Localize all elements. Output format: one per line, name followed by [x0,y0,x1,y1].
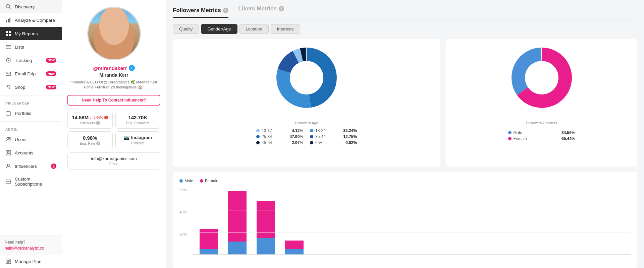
sidebar-item-analyze[interactable]: Analyze & Compare [0,13,62,27]
bar-chart-icon [5,17,11,23]
svg-rect-3 [8,19,9,22]
gridline-60 [193,188,631,188]
svg-point-24 [8,151,9,153]
sidebar-item-my-reports[interactable]: My Reports [0,27,62,40]
email-drip-badge: New [46,71,56,76]
svg-rect-17 [6,72,11,75]
legend-item-65plus: 65+ 0.02% [310,140,357,145]
sidebar-bottom: Need help? hello@clickanalytic.co [0,236,62,255]
sidebar-item-label: Accounts [15,150,56,155]
sidebar-item-manage-plan[interactable]: Manage Plan [0,255,62,268]
sidebar-item-shop[interactable]: Shop New [0,80,62,94]
sidebar-item-accounts[interactable]: Accounts [0,146,62,159]
legend-dot-male [508,131,512,134]
sidebar-item-label: Analyze & Compare [15,18,56,23]
admin-section-label: ADMIN [0,123,62,133]
sidebar-item-tracking[interactable]: Tracking New [0,54,62,67]
svg-point-13 [6,47,7,48]
bar-stack-1317 [200,229,218,255]
sidebar-item-lists[interactable]: Lists [0,40,62,54]
shop-badge: New [46,85,56,89]
legend-value-4564: 2.97% [292,140,303,145]
sidebar-item-label: My Reports [15,31,56,36]
influencers-icon [5,163,11,169]
legend-value-3544: 12.75% [343,134,357,139]
age-chart-card: Followers Age 13-17 4.12% 18-24 32.24% [173,39,440,166]
help-email[interactable]: hello@clickanalytic.co [5,246,57,251]
sidebar-item-portfolio[interactable]: Portfolio [0,107,62,120]
email-box: info@koraorganics.com Email [67,152,160,170]
sidebar-item-users[interactable]: Users [0,133,62,146]
age-legend: 13-17 4.12% 18-24 32.24% 25-34 47.90% [256,128,357,145]
bar-legend-female: Female [200,179,218,183]
svg-point-22 [9,137,10,139]
need-help-label: Need help? [5,240,57,245]
sidebar-item-email-drip[interactable]: Email Drip New [0,67,62,80]
gender-legend: Male 34.56% Female 65.44% [508,130,575,141]
sidebar: Discovery Analyze & Compare My Reports [0,0,62,268]
sidebar-item-label: Email Drip [15,71,43,76]
profile-username: @mirandakerr ✓ [93,65,135,71]
sidebar-item-label: Discovery [15,4,56,9]
trend-value: -0.05% [93,116,103,119]
trend-icon-2: 🔴 [104,116,108,119]
influencers-badge: 1 [51,163,56,169]
svg-rect-4 [9,18,10,22]
grid-icon [5,30,11,37]
legend-value-1317: 4.12% [292,128,303,133]
sidebar-item-label: Users [15,137,56,142]
legend-label-1317: 13-17 [262,128,272,133]
svg-line-1 [9,8,11,9]
bar-female-3544 [285,241,304,250]
profile-panel: @mirandakerr ✓ Miranda Kerr "Founder & C… [62,0,166,268]
sidebar-item-influencers[interactable]: Influencers 1 [0,159,62,173]
contact-influencer-button[interactable]: Need Help To Contact Influencer? [67,95,160,106]
legend-label-male: Male [514,130,522,135]
tab-followers-metrics[interactable]: Followers Metrics i [173,7,228,18]
filter-tab-location[interactable]: Location [239,24,269,34]
legend-dot-4564 [256,141,260,144]
svg-rect-8 [9,34,11,36]
tracking-icon [5,57,11,63]
tracking-badge: New [46,58,56,63]
bar-group-1317 [200,229,218,255]
legend-item-male: Male 34.56% [508,130,575,135]
svg-rect-6 [9,31,11,33]
filter-tab-interests[interactable]: Interests [271,24,300,34]
bars-container [193,188,631,262]
svg-point-12 [6,45,7,46]
charts-row: Followers Age 13-17 4.12% 18-24 32.24% [173,39,637,166]
legend-label-65plus: 65+ [315,140,322,145]
bar-male-2534 [257,238,275,255]
info-icon-eng: i [96,141,100,145]
svg-point-14 [6,48,7,49]
search-icon [5,4,11,10]
email-label: Email [72,162,156,166]
bar-stack-2534 [257,201,275,255]
legend-label-1824: 18-24 [315,128,326,133]
sidebar-item-discovery[interactable]: Discovery [0,0,62,13]
legend-dot-1317 [256,129,260,132]
bar-legend-dot-female [200,179,203,183]
svg-point-16 [8,60,9,61]
filter-tabs: Quality Gender/Age Location Interests [173,24,637,34]
info-icon-followers-tab: i [223,8,228,13]
tab-likers-metrics[interactable]: Likers Metrics i [238,5,284,15]
legend-item-4564: 45-64 2.97% [256,140,303,145]
platform-label: Platform [120,141,156,145]
legend-dot-65plus [310,141,313,144]
age-chart-title: Followers Age [295,121,318,125]
filter-tab-quality[interactable]: Quality [173,24,199,34]
gridline-0 [193,254,631,255]
age-donut-svg [275,46,338,110]
gridline-20 [193,232,631,232]
sidebar-item-label: Manage Plan [15,259,56,264]
gender-donut-wrap [510,46,574,111]
instagram-icon: 📷 [124,135,129,140]
bar-legend-dot-male [179,179,183,183]
profile-name: Miranda Kerr [99,72,128,78]
stat-eng-rate-value: 0.98% [72,135,108,141]
bar-group-2534 [257,201,275,255]
filter-tab-gender-age[interactable]: Gender/Age [201,24,237,34]
sidebar-item-custom-subs[interactable]: Custom Subscriptions [0,173,62,190]
